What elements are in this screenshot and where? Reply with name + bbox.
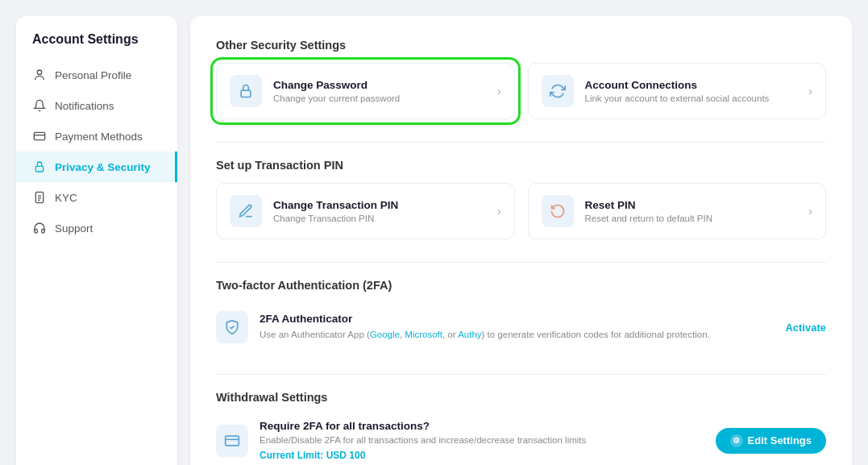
lock-card-icon-wrapper — [230, 75, 262, 107]
change-password-text: Change Password Change your current pass… — [273, 79, 486, 103]
microsoft-link[interactable]: Microsoft — [405, 330, 442, 339]
authy-link[interactable]: Authy — [458, 330, 481, 339]
change-pin-desc: Change Transaction PIN — [273, 214, 486, 223]
transaction-pin-section: Set up Transaction PIN Change Transactio… — [216, 159, 826, 239]
change-password-desc: Change your current password — [273, 93, 486, 103]
withdrawal-section: Withdrawal Settings Require 2FA for all … — [216, 391, 826, 465]
reset-pin-text: Reset PIN Reset and return to default PI… — [585, 199, 798, 223]
chevron-right-icon: › — [808, 85, 812, 98]
refresh-icon — [550, 83, 566, 99]
activate-button[interactable]: Activate — [785, 322, 826, 334]
divider-3 — [216, 374, 826, 375]
twofa-row: 2FA Authenticator Use an Authenticator A… — [216, 303, 826, 351]
twofa-section: Two-factor Authentication (2FA) 2FA Auth… — [216, 279, 826, 351]
account-connections-title: Account Connections — [585, 79, 798, 91]
sidebar-item-label: Personal Profile — [55, 69, 131, 81]
reset-pin-icon — [550, 203, 566, 219]
svg-rect-8 — [241, 90, 251, 97]
reset-pin-title: Reset PIN — [585, 199, 798, 211]
pencil-icon-wrapper — [230, 195, 262, 227]
twofa-text: 2FA Authenticator Use an Authenticator A… — [260, 313, 774, 342]
sidebar-item-label: Notifications — [55, 100, 114, 112]
withdrawal-icon-wrapper — [216, 425, 248, 457]
divider-2 — [216, 262, 826, 263]
sidebar-item-support[interactable]: Support — [16, 213, 177, 243]
lock-card-icon — [238, 83, 254, 99]
sidebar-title: Account Settings — [16, 32, 177, 60]
limit-label: Current Limit: — [260, 450, 323, 461]
svg-point-0 — [37, 70, 41, 74]
twofa-item-title: 2FA Authenticator — [260, 313, 774, 325]
divider-1 — [216, 142, 826, 143]
reset-icon-wrapper — [542, 195, 574, 227]
connections-icon-wrapper — [542, 75, 574, 107]
chevron-right-icon: › — [497, 205, 501, 218]
reset-pin-card[interactable]: Reset PIN Reset and return to default PI… — [528, 183, 827, 239]
withdrawal-limit: Current Limit: USD 100 — [260, 450, 704, 461]
main-content: Other Security Settings Change Password … — [190, 16, 852, 465]
sidebar-item-payment-methods[interactable]: Payment Methods — [16, 121, 177, 152]
sidebar-item-label: Payment Methods — [55, 131, 143, 143]
shield-icon-wrapper — [216, 311, 248, 343]
change-pin-card[interactable]: Change Transaction PIN Change Transactio… — [216, 183, 515, 239]
limit-value: USD 100 — [326, 450, 366, 461]
svg-rect-3 — [35, 166, 43, 172]
twofa-item-desc: Use an Authenticator App (Google, Micros… — [260, 328, 774, 342]
transaction-pin-cards: Change Transaction PIN Change Transactio… — [216, 183, 826, 239]
svg-rect-9 — [226, 436, 239, 446]
shield-check-icon — [224, 319, 240, 335]
other-security-section: Other Security Settings Change Password … — [216, 39, 826, 119]
pencil-icon — [238, 203, 254, 219]
other-security-cards: Change Password Change your current pass… — [216, 63, 826, 119]
headset-icon — [32, 221, 47, 235]
other-security-title: Other Security Settings — [216, 39, 826, 52]
withdrawal-row: Require 2FA for all transactions? Enable… — [216, 415, 826, 465]
sidebar-item-notifications[interactable]: Notifications — [16, 90, 177, 121]
document-icon — [32, 190, 47, 205]
twofa-title: Two-factor Authentication (2FA) — [216, 279, 826, 292]
change-password-card[interactable]: Change Password Change your current pass… — [216, 63, 515, 119]
card-icon — [32, 129, 47, 143]
google-link[interactable]: Google — [370, 330, 400, 339]
withdrawal-item-title: Require 2FA for all transactions? — [260, 420, 704, 432]
credit-card-icon — [224, 433, 240, 449]
chevron-right-icon: › — [808, 205, 812, 218]
account-connections-text: Account Connections Link your account to… — [585, 79, 798, 103]
change-pin-title: Change Transaction PIN — [273, 199, 486, 211]
chevron-right-icon: › — [497, 85, 501, 98]
svg-rect-1 — [34, 132, 44, 139]
sidebar: Account Settings Personal Profile Notifi… — [16, 16, 177, 465]
gear-icon: ⚙ — [730, 434, 743, 447]
account-connections-card[interactable]: Account Connections Link your account to… — [528, 63, 827, 119]
reset-pin-desc: Reset and return to default PIN — [585, 214, 798, 223]
change-pin-text: Change Transaction PIN Change Transactio… — [273, 199, 486, 223]
sidebar-item-label: KYC — [55, 192, 77, 204]
withdrawal-text: Require 2FA for all transactions? Enable… — [260, 420, 704, 461]
account-connections-desc: Link your account to external social acc… — [585, 93, 798, 103]
bell-icon — [32, 98, 47, 113]
sidebar-item-personal-profile[interactable]: Personal Profile — [16, 60, 177, 90]
withdrawal-title: Withdrawal Settings — [216, 391, 826, 404]
lock-icon — [32, 160, 47, 174]
edit-settings-label: Edit Settings — [748, 434, 812, 446]
transaction-pin-title: Set up Transaction PIN — [216, 159, 826, 172]
edit-settings-button[interactable]: ⚙ Edit Settings — [716, 428, 826, 454]
sidebar-item-privacy-security[interactable]: Privacy & Security — [16, 152, 177, 182]
withdrawal-item-desc: Enable/Disable 2FA for all transactions … — [260, 435, 704, 445]
person-icon — [32, 68, 47, 82]
sidebar-item-kyc[interactable]: KYC — [16, 182, 177, 213]
sidebar-item-label: Privacy & Security — [55, 161, 151, 173]
sidebar-item-label: Support — [55, 222, 93, 235]
change-password-title: Change Password — [273, 79, 486, 91]
